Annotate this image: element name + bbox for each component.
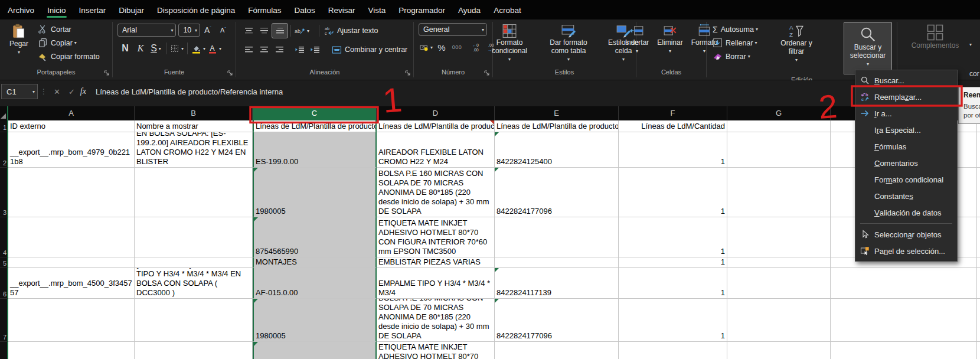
cell-B1[interactable]: Nombre a mostrar bbox=[135, 120, 253, 132]
menu-item-reemplazar[interactable]: bcReemplazar... bbox=[855, 89, 957, 105]
tab-revisar[interactable]: Revisar bbox=[322, 2, 362, 19]
orientation-button[interactable]: ab ▾ bbox=[293, 24, 311, 38]
wrap-text-button[interactable]: ab c Ajustar texto bbox=[322, 24, 380, 38]
column-header-B[interactable]: B bbox=[135, 106, 253, 120]
format-as-table-button[interactable]: Dar formato como tabla ▾ bbox=[540, 22, 597, 65]
row-header-1[interactable]: 1 bbox=[0, 120, 8, 132]
decrease-indent-button[interactable] bbox=[292, 43, 307, 57]
cell-A8[interactable] bbox=[8, 342, 135, 359]
insert-cells-button[interactable]: Insertar ▾ bbox=[622, 22, 653, 57]
cell-A6[interactable]: __export__.mrp_bom_4500_3f345757 bbox=[8, 268, 135, 299]
cell-A7[interactable] bbox=[8, 299, 135, 342]
cell-B7[interactable] bbox=[135, 299, 253, 342]
cell-F6[interactable]: 1 bbox=[619, 268, 727, 299]
cell-G6[interactable] bbox=[727, 268, 831, 299]
fill-color-button[interactable]: ▾ bbox=[190, 41, 207, 56]
cell-G3[interactable] bbox=[727, 168, 831, 217]
cell-A3[interactable] bbox=[8, 168, 135, 217]
menu-item-comentarios[interactable]: Comentarios bbox=[855, 155, 957, 171]
cell-H8[interactable] bbox=[831, 342, 977, 359]
formula-bar-value[interactable]: Líneas de LdM/Plantilla de producto/Refe… bbox=[96, 87, 283, 96]
cell-C1[interactable]: Líneas de LdM/Plantilla de producto/Refe… bbox=[253, 120, 377, 132]
percent-style-button[interactable]: % bbox=[434, 40, 449, 54]
cell-B2[interactable]: EN BOLSA SOLAPA: [ES-199.2.00] AIREADOR … bbox=[135, 132, 253, 168]
cell-A5[interactable] bbox=[8, 257, 135, 268]
tab-disposici-n-de-p-gina[interactable]: Disposición de página bbox=[151, 2, 241, 19]
cell-C5[interactable]: MONTAJES bbox=[253, 257, 377, 268]
align-right-button[interactable] bbox=[272, 43, 287, 57]
cell-E5[interactable] bbox=[495, 257, 619, 268]
menu-item-validacion-de-datos[interactable]: Validación de datos bbox=[855, 204, 957, 221]
bold-button[interactable]: N bbox=[117, 41, 133, 56]
align-top-button[interactable] bbox=[241, 24, 256, 38]
cell-E7[interactable]: 8422824177096 bbox=[495, 299, 619, 342]
row-header-5[interactable]: 5 bbox=[0, 257, 8, 268]
format-painter-button[interactable]: Copiar formato bbox=[35, 50, 102, 63]
cell-G4[interactable] bbox=[727, 217, 831, 257]
font-color-button[interactable]: A ▾ bbox=[207, 41, 223, 56]
column-header-C[interactable]: C bbox=[253, 106, 377, 120]
cell-E4[interactable] bbox=[495, 217, 619, 257]
align-bottom-button[interactable] bbox=[272, 23, 288, 38]
cell-D5[interactable]: EMBLISTAR PIEZAS VARIAS bbox=[377, 257, 495, 268]
underline-button[interactable]: S▾ bbox=[148, 41, 164, 56]
cell-F4[interactable]: 1 bbox=[619, 217, 727, 257]
menu-item-buscar[interactable]: Buscar... bbox=[855, 72, 957, 89]
cell-C7[interactable]: 1980005 bbox=[253, 299, 377, 342]
cell-B4[interactable] bbox=[135, 217, 253, 257]
column-header-G[interactable]: G bbox=[727, 106, 831, 120]
cell-E1[interactable]: Líneas de LdM/Plantilla de producto/C bbox=[495, 120, 619, 132]
cell-A2[interactable]: __export__.mrp_bom_4979_0b2211b8 bbox=[8, 132, 135, 168]
cell-F2[interactable]: 1 bbox=[619, 132, 727, 168]
cell-E8[interactable] bbox=[495, 342, 619, 359]
cell-F8[interactable] bbox=[619, 342, 727, 359]
italic-button[interactable]: K bbox=[133, 41, 148, 56]
alignment-dialog-launcher[interactable] bbox=[405, 68, 411, 79]
select-all-corner[interactable] bbox=[0, 106, 8, 120]
column-header-A[interactable]: A bbox=[8, 106, 135, 120]
menu-item-panel-de-seleccion[interactable]: Panel de selección... bbox=[855, 243, 957, 259]
cell-D1[interactable]: Líneas de LdM/Plantilla de producto/N bbox=[377, 120, 495, 132]
cell-C6[interactable]: AF-015.0.00 bbox=[253, 268, 377, 299]
tab-ayuda[interactable]: Ayuda bbox=[452, 2, 487, 19]
chevron-down-icon[interactable]: ▾ bbox=[18, 48, 20, 57]
cell-D4[interactable]: ETIQUETA MATE INKJET ADHESIVO HOTMELT 80… bbox=[377, 217, 495, 257]
menu-item-seleccionar-objetos[interactable]: Seleccionar objetos bbox=[855, 226, 957, 243]
cell-F3[interactable]: 1 bbox=[619, 168, 727, 217]
menu-item-formulas[interactable]: Fórmulas bbox=[855, 138, 957, 155]
confirm-entry-icon[interactable]: ✓ bbox=[64, 87, 79, 96]
cell-G2[interactable] bbox=[727, 132, 831, 168]
cell-C2[interactable]: ES-199.0.00 bbox=[253, 132, 377, 168]
cell-C4[interactable]: 8754565990 bbox=[253, 217, 377, 257]
name-box[interactable]: C1 ▾ bbox=[1, 84, 38, 99]
tab-datos[interactable]: Datos bbox=[288, 2, 321, 19]
cell-F1[interactable]: Líneas de LdM/Cantidad bbox=[619, 120, 727, 132]
cell-H6[interactable] bbox=[831, 268, 977, 299]
increase-indent-button[interactable] bbox=[307, 43, 322, 57]
accounting-format-button[interactable]: ▾ bbox=[419, 40, 434, 54]
cell-A4[interactable] bbox=[8, 217, 135, 257]
cell-B5[interactable] bbox=[135, 257, 253, 268]
cell-B8[interactable] bbox=[135, 342, 253, 359]
conditional-formatting-button[interactable]: Formato condicional ▾ bbox=[481, 22, 538, 65]
menu-item-ir-a[interactable]: Ir a... bbox=[855, 105, 957, 122]
clipboard-dialog-launcher[interactable] bbox=[104, 68, 110, 79]
sort-filter-button[interactable]: A Z Ordenar y filtrar ▾ bbox=[772, 22, 821, 66]
cell-D8[interactable]: ETIQUETA MATE INKJET ADHESIVO HOTMELT 80… bbox=[377, 342, 495, 359]
row-header-8[interactable]: 8 bbox=[0, 342, 8, 359]
column-header-D[interactable]: D bbox=[377, 106, 495, 120]
tab-archivo[interactable]: Archivo bbox=[1, 2, 41, 19]
font-dialog-launcher[interactable] bbox=[227, 68, 233, 79]
find-select-button[interactable]: Buscar y seleccionar ▾ bbox=[844, 22, 892, 74]
cell-B6[interactable]: [AF-015.6.2052] EMPALME TIPO Y H3/4 * M3… bbox=[135, 268, 253, 299]
decrease-font-button[interactable]: Aˇ bbox=[215, 23, 231, 37]
cell-G8[interactable] bbox=[727, 342, 831, 359]
paste-button[interactable]: Pegar ▾ bbox=[6, 22, 32, 58]
row-header-6[interactable]: 6 bbox=[0, 268, 8, 299]
row-header-2[interactable]: 2 bbox=[0, 132, 8, 168]
cell-C8[interactable] bbox=[253, 342, 377, 359]
cut-button[interactable]: Cortar bbox=[35, 22, 102, 36]
number-dialog-launcher[interactable] bbox=[484, 68, 490, 79]
insert-function-icon[interactable]: fx bbox=[79, 87, 91, 96]
cell-G7[interactable] bbox=[727, 299, 831, 342]
